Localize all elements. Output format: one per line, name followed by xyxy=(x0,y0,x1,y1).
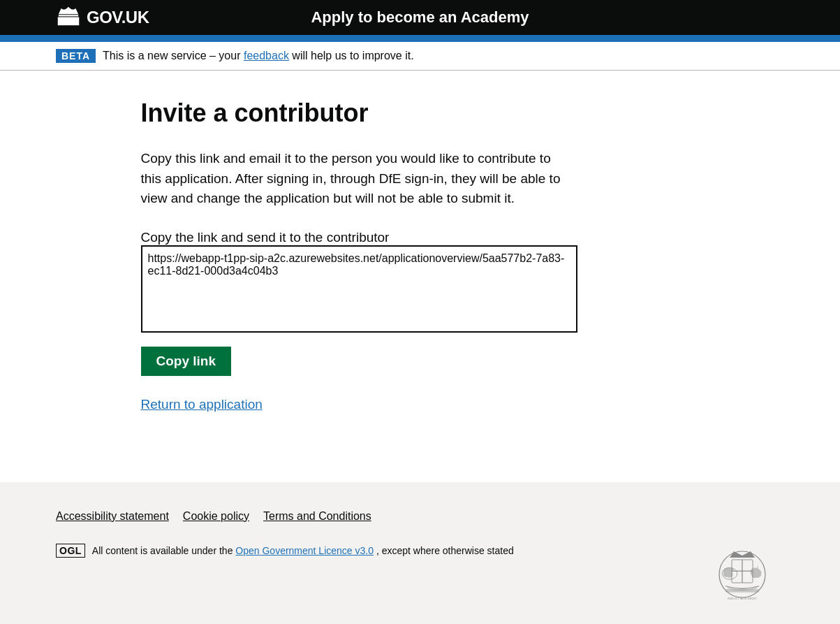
page-header-title: Apply to become an Academy xyxy=(311,8,529,27)
site-footer: Accessibility statement Cookie policy Te… xyxy=(0,482,840,625)
govuk-logo-link[interactable]: GOV.UK xyxy=(56,5,149,30)
svg-text:DIEU ET MON DROIT: DIEU ET MON DROIT xyxy=(728,597,757,600)
link-field-label: Copy the link and send it to the contrib… xyxy=(141,230,390,245)
footer-links: Accessibility statement Cookie policy Te… xyxy=(56,510,784,523)
svg-rect-1 xyxy=(58,17,80,26)
footer-terms-link[interactable]: Terms and Conditions xyxy=(263,510,371,523)
footer-cookie-policy-link[interactable]: Cookie policy xyxy=(183,510,249,523)
ogl-license-link[interactable]: Open Government Licence v3.0 xyxy=(235,545,374,556)
license-text-after: , except where otherwise stated xyxy=(376,545,514,556)
description-text: Copy this link and email it to the perso… xyxy=(141,149,574,209)
site-header: GOV.UK Apply to become an Academy xyxy=(0,0,840,35)
contributor-link-textarea[interactable] xyxy=(141,245,577,333)
beta-text-before: This is a new service – your xyxy=(103,50,240,61)
crown-copyright-section: DIEU ET MON DROIT © Crown copyright xyxy=(700,537,784,625)
main-content: Invite a contributor Copy this link and … xyxy=(85,71,756,454)
footer-bottom: OGL All content is available under the O… xyxy=(56,537,784,625)
blue-bar xyxy=(0,35,840,42)
crown-icon xyxy=(56,5,81,30)
copy-link-button[interactable]: Copy link xyxy=(141,347,232,376)
beta-banner-text: This is a new service – your feedback wi… xyxy=(103,50,414,62)
coat-of-arms-icon: DIEU ET MON DROIT xyxy=(700,537,784,621)
beta-text-after: will help us to improve it. xyxy=(292,50,413,61)
ogl-logo: OGL xyxy=(56,544,85,558)
svg-rect-7 xyxy=(725,589,759,593)
feedback-link[interactable]: feedback xyxy=(244,50,289,61)
license-text-before: All content is available under the xyxy=(92,545,233,556)
govuk-logo-text: GOV.UK xyxy=(87,8,149,27)
beta-banner: BETA This is a new service – your feedba… xyxy=(0,42,840,71)
svg-rect-0 xyxy=(59,15,78,16)
return-to-application-link[interactable]: Return to application xyxy=(141,397,700,412)
footer-accessibility-link[interactable]: Accessibility statement xyxy=(56,510,169,523)
beta-tag: BETA xyxy=(56,49,96,63)
footer-license-text: All content is available under the Open … xyxy=(92,545,514,556)
footer-license-section: OGL All content is available under the O… xyxy=(56,544,514,558)
page-heading: Invite a contributor xyxy=(141,99,700,128)
